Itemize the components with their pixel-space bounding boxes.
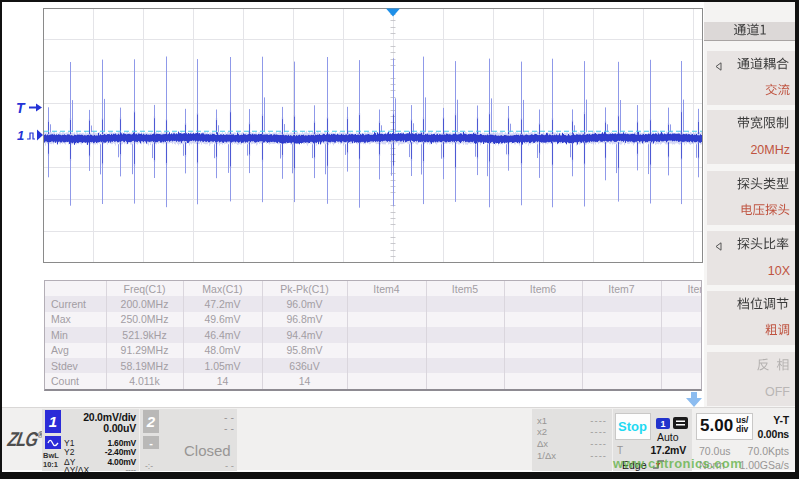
channel2-badge: 2 bbox=[143, 410, 159, 433]
svg-text:T: T bbox=[16, 100, 26, 116]
cursor-label: x1 bbox=[537, 415, 547, 426]
measurement-cell bbox=[426, 343, 504, 358]
measurement-cell: 200.0MHz bbox=[106, 296, 183, 311]
measurement-cell bbox=[504, 312, 582, 327]
measurement-cell bbox=[504, 373, 582, 388]
menu-item-4[interactable] bbox=[707, 291, 795, 345]
watermark: www.cntronics.com bbox=[613, 456, 742, 471]
sample-rate: 1.00GSa/s bbox=[739, 459, 789, 471]
table-row: Avg91.29MHz48.0mV95.8mV bbox=[45, 343, 702, 358]
measurement-cell bbox=[582, 327, 661, 342]
menu-item-value bbox=[742, 203, 790, 215]
measurement-cell bbox=[426, 312, 504, 327]
pulse-icon bbox=[27, 133, 35, 139]
measurement-cell bbox=[347, 312, 426, 327]
measurement-cell: 521.9kHz bbox=[106, 327, 183, 342]
zlg-logo: ZLG® bbox=[6, 429, 44, 452]
measurement-cell bbox=[582, 296, 661, 311]
channel1-probe-ratio: 10:1 bbox=[43, 460, 58, 469]
measurement-cell bbox=[582, 358, 661, 373]
row-label: Avg bbox=[45, 343, 106, 358]
cursor-label: Δx bbox=[537, 438, 548, 449]
measurement-cell: 46.4mV bbox=[183, 327, 262, 342]
row-label: Count bbox=[45, 373, 106, 388]
svg-text:1: 1 bbox=[17, 128, 24, 143]
ch1-cursor-label: Y2 bbox=[64, 447, 74, 457]
measurement-cell: 636uV bbox=[262, 358, 347, 373]
row-label: Stdev bbox=[45, 358, 106, 373]
measurement-cell bbox=[661, 327, 702, 342]
trigger-level-label: T bbox=[617, 445, 623, 456]
channel1-bandwidth-flag: BwL bbox=[43, 451, 59, 460]
menu-item-label bbox=[737, 57, 788, 69]
ch1-cursor-value: -2.40mV bbox=[105, 447, 136, 457]
measurement-cell bbox=[347, 358, 426, 373]
measurement-cell: 96.0mV bbox=[262, 296, 347, 311]
measurement-cell: 95.8mV bbox=[262, 343, 347, 358]
measurement-cell bbox=[504, 296, 582, 311]
submenu-arrow-icon bbox=[715, 62, 722, 71]
menu-item-2[interactable] bbox=[707, 171, 795, 225]
channel2-status: Closed bbox=[184, 442, 231, 459]
display-mode: Y-T bbox=[773, 414, 789, 426]
ch1-cursor-label: Y1 bbox=[64, 438, 74, 448]
measurement-cell: 48.0mV bbox=[183, 343, 262, 358]
cursor-value: ---- bbox=[590, 415, 607, 426]
row-label: Current bbox=[45, 296, 106, 311]
menu-item-5[interactable]: OFF bbox=[707, 352, 795, 406]
measurement-cell bbox=[661, 343, 702, 358]
channel1-coupling-icon bbox=[45, 436, 61, 449]
measurement-cell: 91.29MHz bbox=[106, 343, 183, 358]
measurement-cell bbox=[661, 373, 702, 388]
trigger-level-marker[interactable]: T bbox=[16, 100, 42, 116]
menu-item-value bbox=[766, 83, 790, 95]
channel1-offset: 0.00uV bbox=[103, 422, 136, 434]
channel1-marker[interactable]: 1 bbox=[17, 128, 43, 143]
sidebar-top-strip bbox=[704, 2, 795, 22]
cursor-label: x2 bbox=[537, 426, 547, 437]
timebase-value: 5.00 bbox=[700, 416, 733, 436]
measurement-cell bbox=[426, 296, 504, 311]
menu-item-label bbox=[738, 116, 788, 128]
channel2-cursor-br: - - bbox=[225, 460, 234, 471]
menu-item-value: 10X bbox=[768, 264, 790, 278]
menu-item-3[interactable]: 10X bbox=[707, 231, 795, 285]
measurement-cell: 49.6mV bbox=[183, 312, 262, 327]
table-scroll-down-arrow[interactable] bbox=[686, 392, 702, 407]
table-row: Count4.011k1414 bbox=[45, 373, 702, 388]
menu-item-value bbox=[766, 324, 790, 336]
measurement-cell: 94.4mV bbox=[262, 327, 347, 342]
menu-item-0[interactable] bbox=[707, 51, 795, 105]
measurement-cell bbox=[504, 343, 582, 358]
measurement-cell bbox=[582, 343, 661, 358]
row-label: Min bbox=[45, 327, 106, 342]
menu-icon[interactable] bbox=[673, 417, 688, 429]
memory-depth: 70.0Kpts bbox=[748, 445, 789, 457]
cursor-label: 1/Δx bbox=[537, 450, 556, 461]
measurement-cell bbox=[504, 358, 582, 373]
menu-item-label bbox=[757, 358, 788, 370]
timebase-unit: us/div bbox=[736, 416, 748, 434]
channel2-coupling-icon: - bbox=[143, 436, 159, 449]
menu-item-1[interactable]: 20MHz bbox=[707, 110, 795, 164]
bezel-right bbox=[795, 0, 799, 479]
measurement-cell: 47.2mV bbox=[183, 296, 262, 311]
menu-item-label bbox=[737, 297, 788, 309]
bezel-left bbox=[0, 0, 2, 479]
menu-item-value: OFF bbox=[765, 385, 790, 399]
trigger-level-value: 17.2mV bbox=[650, 444, 686, 456]
table-row: Min521.9kHz46.4mV94.4mV bbox=[45, 327, 702, 342]
measurement-cell: 14 bbox=[262, 373, 347, 388]
measurement-cell bbox=[347, 296, 426, 311]
measurement-cell bbox=[661, 296, 702, 311]
oscilloscope-screen: T 1 Freq(C1)Max(C1)Pk-Pk(C1)Item4Item5It… bbox=[0, 0, 799, 479]
measurement-cell: 4.011k bbox=[106, 373, 183, 388]
trigger-sweep-mode[interactable]: Auto bbox=[657, 431, 679, 443]
cursor-value: ---- bbox=[590, 438, 607, 449]
measurement-cell: 96.8mV bbox=[262, 312, 347, 327]
measurement-cell: 14 bbox=[183, 373, 262, 388]
measurement-cell: 1.05mV bbox=[183, 358, 262, 373]
sidebar-title-text bbox=[733, 23, 765, 35]
trigger-source-badge[interactable]: 1 bbox=[656, 418, 670, 429]
measurement-cell bbox=[347, 327, 426, 342]
